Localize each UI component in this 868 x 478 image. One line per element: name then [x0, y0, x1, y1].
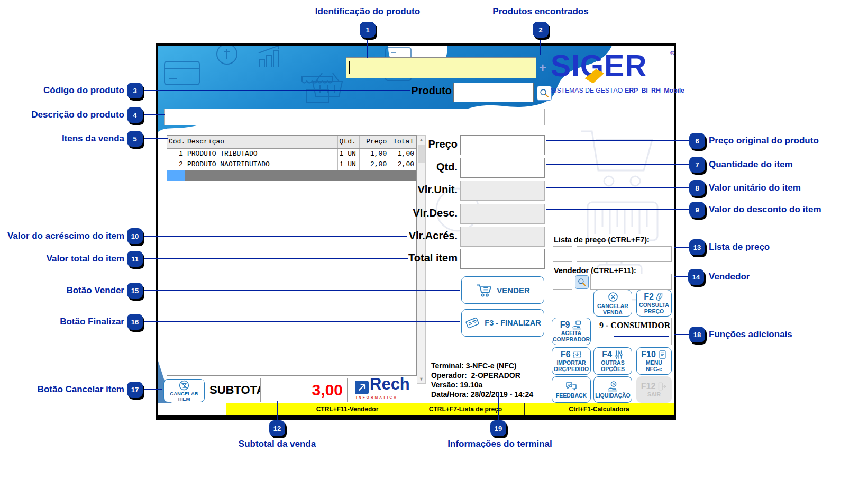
f6-importar-button[interactable]: F6 IMPORTAR ORÇ/PEDIDO: [552, 347, 591, 375]
scroll-down-button[interactable]: ▼: [417, 375, 425, 383]
callout-line-8: [546, 187, 689, 188]
annotated-screenshot: + Produto SIGER ® SISTEMAS DE GESTÃOERP …: [0, 0, 868, 478]
preco-label: Preço: [380, 138, 458, 150]
product-description-field[interactable]: [164, 109, 545, 125]
vendedor-code-input[interactable]: [553, 274, 572, 290]
sliders-icon: [614, 350, 624, 359]
f4-outras-opcoes-button[interactable]: F4 OUTRAS OPÇÕES: [593, 347, 632, 375]
col-header-cod: Cód.: [167, 136, 185, 148]
callout-badge-16: 16: [127, 314, 143, 330]
f10-menu-nfce-button[interactable]: F10 MENU NFC-e: [636, 347, 672, 375]
liquidacao-button[interactable]: $ LIQUIDAÇÃO: [593, 376, 632, 403]
subtotal-value: 3,00: [312, 381, 343, 399]
vender-label: VENDER: [497, 286, 530, 295]
callout-line-18: [674, 334, 689, 335]
sale-items-table[interactable]: Cód. Descrição Qtd. Preço Total 1 PRODUT…: [167, 135, 417, 376]
f6-line1: IMPORTAR: [556, 359, 586, 366]
f9-key: F9: [560, 320, 570, 330]
callout-badge-2: 2: [533, 22, 549, 38]
f4-line2: OPÇÕES: [601, 366, 625, 372]
feedback-button[interactable]: FEEDBACK: [552, 376, 591, 403]
rech-brand-text: Rech: [370, 375, 410, 394]
selected-cell-highlight: [167, 170, 185, 181]
col-header-qtd: Qtd.: [338, 136, 360, 148]
f10-line2: NFC-e: [646, 366, 662, 372]
callout-badge-15: 15: [127, 283, 143, 299]
callout-line-12: [277, 401, 278, 421]
product-search-input[interactable]: [346, 57, 536, 78]
f12-key: F12: [641, 382, 656, 391]
f2-key: F2: [644, 292, 654, 302]
cell-cod: 1: [167, 149, 185, 159]
shortcut-vendedor: CTRL+F11-Vendedor: [288, 403, 407, 415]
download-icon: [572, 350, 582, 359]
f4-line1: OUTRAS: [601, 359, 624, 366]
total-item-input[interactable]: [460, 249, 545, 269]
customer-display[interactable]: 9 - CONSUMIDOR: [595, 318, 672, 345]
callout-label-2: Produtos encontrados: [492, 6, 588, 17]
callout-line-3: [143, 90, 410, 91]
rech-logo: Rech INFORMATICA: [355, 378, 408, 403]
callout-label-13: Lista de preço: [709, 242, 770, 252]
vender-button[interactable]: VENDER: [461, 276, 544, 304]
callout-label-9: Valor do desconto do item: [709, 204, 821, 215]
callout-line-6: [546, 140, 689, 141]
callout-badge-17: 17: [127, 382, 143, 398]
hand-coin-icon: $: [607, 381, 619, 392]
cancelar-item-button[interactable]: CANCELAR ITEM: [163, 379, 205, 402]
table-row[interactable]: 1 PRODUTO TRIBUTADO 1 UN 1,00 1,00: [167, 149, 416, 159]
price-list-name-input[interactable]: [577, 246, 672, 262]
registered-mark: ®: [670, 50, 674, 56]
watermark-barcode-icon: [588, 202, 657, 240]
f12-label: SAIR: [647, 391, 661, 398]
table-row-selected[interactable]: [167, 170, 416, 181]
vendedor-name-input[interactable]: [590, 274, 672, 290]
vendedor-lookup-button[interactable]: [575, 275, 589, 289]
cell-cod: 2: [167, 159, 185, 170]
search-caret: [349, 61, 350, 74]
f2-line2: PREÇO: [644, 308, 664, 314]
magnifier-icon: [577, 277, 587, 287]
product-lookup-button[interactable]: [537, 86, 552, 101]
callout-label-10: Valor do acréscimo do item: [7, 231, 124, 241]
hand-box-icon: [572, 320, 582, 330]
f2-consulta-preco-button[interactable]: F2 $ CONSULTA PREÇO: [636, 290, 672, 317]
found-products-plus-icon[interactable]: +: [539, 60, 546, 75]
callout-label-3: Código do produto: [43, 85, 124, 96]
liquidacao-label: LIQUIDAÇÃO: [595, 392, 631, 399]
cancelar-venda-line1: CANCELAR: [597, 303, 628, 309]
status-bar: CTRL+F11-Vendedor CTRL+F7-Lista de preço…: [158, 403, 674, 415]
siger-logo: SIGER ® SISTEMAS DE GESTÃOERP BI RH Mobi…: [551, 50, 673, 98]
f6-key: F6: [561, 350, 571, 359]
shortcut-lista-preco: CTRL+F7-Lista de preço: [407, 403, 524, 415]
qtd-input[interactable]: [460, 158, 545, 178]
callout-line-17: [143, 389, 162, 390]
callout-badge-5: 5: [127, 131, 143, 147]
cancel-circle-icon: [607, 291, 619, 303]
cancelar-venda-line2: VENDA: [603, 309, 623, 315]
terminal-info-line: Versão: 19.10a: [431, 381, 482, 389]
callout-line-5: [143, 138, 168, 139]
callout-badge-1: 1: [360, 22, 376, 38]
callout-badge-14: 14: [688, 269, 704, 285]
finalizar-button[interactable]: F3 - FINALIZAR: [461, 309, 544, 337]
callout-label-17: Botão Cancelar item: [38, 384, 124, 395]
product-code-input[interactable]: [453, 83, 534, 102]
callout-line-10: [143, 236, 407, 237]
price-list-code-input[interactable]: [553, 246, 572, 262]
watermark-cart-icon: [581, 131, 652, 186]
document-icon: [658, 350, 667, 359]
exit-icon: [657, 382, 667, 391]
price-tag-icon: $: [656, 292, 664, 302]
f9-aceita-comprador-button[interactable]: F9 ACEITA COMPRADOR: [552, 318, 591, 345]
table-row[interactable]: 2 PRODUTO NAOTRIBUTADO 1 UN 2,00 2,00: [167, 159, 416, 170]
terminal-info-line: Data/Hora: 28/02/2019 - 14:24: [431, 390, 533, 399]
rech-arrow-icon: [355, 381, 369, 394]
feedback-label: FEEDBACK: [556, 392, 587, 399]
vlr-acres-input: [460, 227, 545, 247]
callout-label-8: Valor unitário do item: [709, 183, 801, 193]
cancelar-venda-button[interactable]: CANCELAR VENDA: [593, 290, 632, 317]
svg-text:$: $: [659, 295, 661, 299]
f6-line2: ORÇ/PEDIDO: [554, 366, 589, 372]
preco-input[interactable]: [460, 135, 545, 155]
